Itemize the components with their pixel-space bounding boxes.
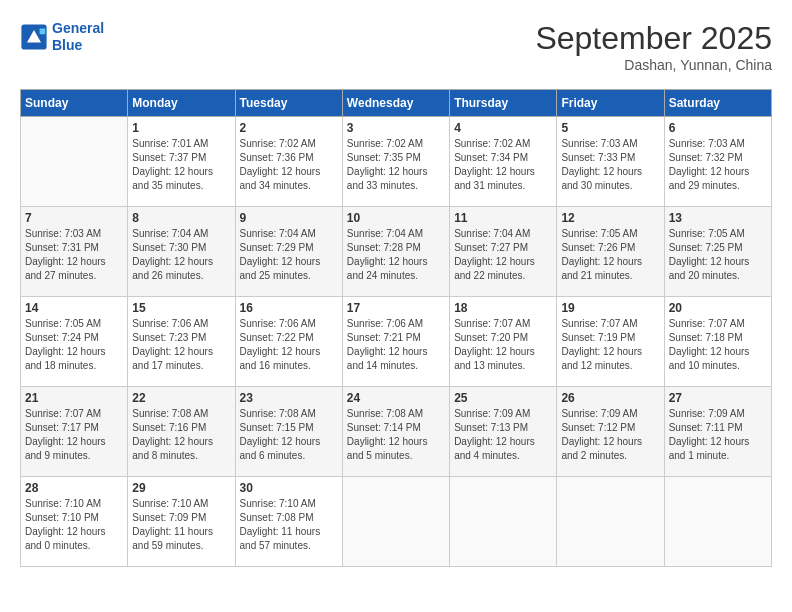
logo-text: General Blue [52,20,104,54]
calendar-week-row: 1Sunrise: 7:01 AM Sunset: 7:37 PM Daylig… [21,117,772,207]
location-subtitle: Dashan, Yunnan, China [535,57,772,73]
logo-icon [20,23,48,51]
day-number: 29 [132,481,230,495]
col-header-wednesday: Wednesday [342,90,449,117]
day-detail: Sunrise: 7:04 AM Sunset: 7:27 PM Dayligh… [454,227,552,283]
calendar-day-cell: 1Sunrise: 7:01 AM Sunset: 7:37 PM Daylig… [128,117,235,207]
day-number: 23 [240,391,338,405]
day-number: 24 [347,391,445,405]
col-header-friday: Friday [557,90,664,117]
calendar-day-cell: 30Sunrise: 7:10 AM Sunset: 7:08 PM Dayli… [235,477,342,567]
day-detail: Sunrise: 7:04 AM Sunset: 7:30 PM Dayligh… [132,227,230,283]
day-detail: Sunrise: 7:03 AM Sunset: 7:32 PM Dayligh… [669,137,767,193]
day-number: 28 [25,481,123,495]
calendar-day-cell [342,477,449,567]
title-area: September 2025 Dashan, Yunnan, China [535,20,772,73]
calendar-day-cell: 5Sunrise: 7:03 AM Sunset: 7:33 PM Daylig… [557,117,664,207]
calendar-day-cell: 20Sunrise: 7:07 AM Sunset: 7:18 PM Dayli… [664,297,771,387]
day-detail: Sunrise: 7:08 AM Sunset: 7:14 PM Dayligh… [347,407,445,463]
day-number: 21 [25,391,123,405]
calendar-day-cell: 19Sunrise: 7:07 AM Sunset: 7:19 PM Dayli… [557,297,664,387]
day-number: 14 [25,301,123,315]
calendar-day-cell: 9Sunrise: 7:04 AM Sunset: 7:29 PM Daylig… [235,207,342,297]
day-number: 5 [561,121,659,135]
calendar-day-cell: 8Sunrise: 7:04 AM Sunset: 7:30 PM Daylig… [128,207,235,297]
calendar-day-cell: 10Sunrise: 7:04 AM Sunset: 7:28 PM Dayli… [342,207,449,297]
calendar-table: SundayMondayTuesdayWednesdayThursdayFrid… [20,89,772,567]
day-number: 9 [240,211,338,225]
calendar-day-cell [557,477,664,567]
day-detail: Sunrise: 7:04 AM Sunset: 7:29 PM Dayligh… [240,227,338,283]
day-number: 13 [669,211,767,225]
svg-rect-2 [40,28,46,34]
day-number: 2 [240,121,338,135]
calendar-week-row: 14Sunrise: 7:05 AM Sunset: 7:24 PM Dayli… [21,297,772,387]
day-detail: Sunrise: 7:03 AM Sunset: 7:33 PM Dayligh… [561,137,659,193]
day-number: 22 [132,391,230,405]
day-number: 12 [561,211,659,225]
calendar-day-cell: 28Sunrise: 7:10 AM Sunset: 7:10 PM Dayli… [21,477,128,567]
header: General Blue September 2025 Dashan, Yunn… [20,20,772,73]
day-detail: Sunrise: 7:10 AM Sunset: 7:10 PM Dayligh… [25,497,123,553]
calendar-day-cell: 27Sunrise: 7:09 AM Sunset: 7:11 PM Dayli… [664,387,771,477]
day-detail: Sunrise: 7:06 AM Sunset: 7:21 PM Dayligh… [347,317,445,373]
day-detail: Sunrise: 7:09 AM Sunset: 7:13 PM Dayligh… [454,407,552,463]
day-detail: Sunrise: 7:04 AM Sunset: 7:28 PM Dayligh… [347,227,445,283]
day-number: 3 [347,121,445,135]
day-number: 7 [25,211,123,225]
calendar-day-cell: 2Sunrise: 7:02 AM Sunset: 7:36 PM Daylig… [235,117,342,207]
calendar-day-cell: 7Sunrise: 7:03 AM Sunset: 7:31 PM Daylig… [21,207,128,297]
calendar-day-cell: 22Sunrise: 7:08 AM Sunset: 7:16 PM Dayli… [128,387,235,477]
day-detail: Sunrise: 7:01 AM Sunset: 7:37 PM Dayligh… [132,137,230,193]
col-header-thursday: Thursday [450,90,557,117]
calendar-day-cell: 24Sunrise: 7:08 AM Sunset: 7:14 PM Dayli… [342,387,449,477]
day-detail: Sunrise: 7:09 AM Sunset: 7:12 PM Dayligh… [561,407,659,463]
day-detail: Sunrise: 7:09 AM Sunset: 7:11 PM Dayligh… [669,407,767,463]
calendar-day-cell: 4Sunrise: 7:02 AM Sunset: 7:34 PM Daylig… [450,117,557,207]
calendar-day-cell: 26Sunrise: 7:09 AM Sunset: 7:12 PM Dayli… [557,387,664,477]
day-detail: Sunrise: 7:08 AM Sunset: 7:15 PM Dayligh… [240,407,338,463]
day-number: 15 [132,301,230,315]
calendar-day-cell: 6Sunrise: 7:03 AM Sunset: 7:32 PM Daylig… [664,117,771,207]
calendar-day-cell: 21Sunrise: 7:07 AM Sunset: 7:17 PM Dayli… [21,387,128,477]
month-title: September 2025 [535,20,772,57]
day-detail: Sunrise: 7:07 AM Sunset: 7:19 PM Dayligh… [561,317,659,373]
day-detail: Sunrise: 7:05 AM Sunset: 7:26 PM Dayligh… [561,227,659,283]
calendar-day-cell: 16Sunrise: 7:06 AM Sunset: 7:22 PM Dayli… [235,297,342,387]
col-header-tuesday: Tuesday [235,90,342,117]
day-number: 4 [454,121,552,135]
day-number: 30 [240,481,338,495]
calendar-day-cell: 17Sunrise: 7:06 AM Sunset: 7:21 PM Dayli… [342,297,449,387]
day-number: 20 [669,301,767,315]
calendar-week-row: 7Sunrise: 7:03 AM Sunset: 7:31 PM Daylig… [21,207,772,297]
day-number: 8 [132,211,230,225]
calendar-day-cell: 14Sunrise: 7:05 AM Sunset: 7:24 PM Dayli… [21,297,128,387]
calendar-week-row: 28Sunrise: 7:10 AM Sunset: 7:10 PM Dayli… [21,477,772,567]
day-number: 11 [454,211,552,225]
day-number: 17 [347,301,445,315]
day-detail: Sunrise: 7:10 AM Sunset: 7:09 PM Dayligh… [132,497,230,553]
day-detail: Sunrise: 7:02 AM Sunset: 7:34 PM Dayligh… [454,137,552,193]
day-number: 18 [454,301,552,315]
day-detail: Sunrise: 7:02 AM Sunset: 7:36 PM Dayligh… [240,137,338,193]
day-detail: Sunrise: 7:08 AM Sunset: 7:16 PM Dayligh… [132,407,230,463]
day-detail: Sunrise: 7:07 AM Sunset: 7:18 PM Dayligh… [669,317,767,373]
day-detail: Sunrise: 7:02 AM Sunset: 7:35 PM Dayligh… [347,137,445,193]
calendar-day-cell: 12Sunrise: 7:05 AM Sunset: 7:26 PM Dayli… [557,207,664,297]
calendar-day-cell: 25Sunrise: 7:09 AM Sunset: 7:13 PM Dayli… [450,387,557,477]
day-detail: Sunrise: 7:03 AM Sunset: 7:31 PM Dayligh… [25,227,123,283]
day-detail: Sunrise: 7:05 AM Sunset: 7:24 PM Dayligh… [25,317,123,373]
calendar-day-cell [21,117,128,207]
calendar-day-cell: 18Sunrise: 7:07 AM Sunset: 7:20 PM Dayli… [450,297,557,387]
calendar-day-cell [664,477,771,567]
col-header-sunday: Sunday [21,90,128,117]
day-number: 27 [669,391,767,405]
day-detail: Sunrise: 7:07 AM Sunset: 7:17 PM Dayligh… [25,407,123,463]
day-number: 10 [347,211,445,225]
calendar-day-cell: 11Sunrise: 7:04 AM Sunset: 7:27 PM Dayli… [450,207,557,297]
day-number: 16 [240,301,338,315]
day-number: 19 [561,301,659,315]
calendar-day-cell: 13Sunrise: 7:05 AM Sunset: 7:25 PM Dayli… [664,207,771,297]
calendar-day-cell: 15Sunrise: 7:06 AM Sunset: 7:23 PM Dayli… [128,297,235,387]
day-number: 6 [669,121,767,135]
